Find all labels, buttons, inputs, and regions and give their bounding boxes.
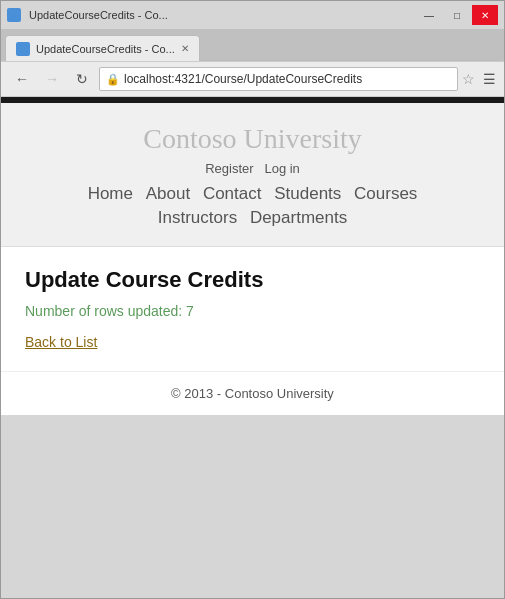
tab-title: UpdateCourseCredits - Co... <box>36 43 175 55</box>
status-text: Number of rows updated: 7 <box>25 303 480 319</box>
close-button[interactable]: ✕ <box>472 5 498 25</box>
register-link[interactable]: Register <box>205 161 253 176</box>
refresh-button[interactable]: ↻ <box>69 66 95 92</box>
tab-favicon <box>16 42 30 56</box>
address-text: localhost:4321/Course/UpdateCourseCredit… <box>124 72 451 86</box>
content-wrapper: Update Course Credits Number of rows upd… <box>1 247 504 415</box>
bookmark-icon[interactable]: ☆ <box>462 71 475 87</box>
nav-contact[interactable]: Contact <box>203 184 262 203</box>
minimize-button[interactable]: — <box>416 5 442 25</box>
site-footer: © 2013 - Contoso University <box>1 371 504 415</box>
nav-departments[interactable]: Departments <box>250 208 347 227</box>
back-to-list-container: Back to List <box>25 333 480 351</box>
forward-button[interactable]: → <box>39 66 65 92</box>
back-button[interactable]: ← <box>9 66 35 92</box>
nav-bar: ← → ↻ 🔒 localhost:4321/Course/UpdateCour… <box>1 61 504 97</box>
tab-close-icon[interactable]: ✕ <box>181 43 189 54</box>
nav-students[interactable]: Students <box>274 184 341 203</box>
site-header: Contoso University Register Log in Home … <box>1 103 504 247</box>
page-title: Update Course Credits <box>25 267 480 293</box>
main-content: Update Course Credits Number of rows upd… <box>1 247 504 371</box>
lock-icon: 🔒 <box>106 73 120 86</box>
tab-bar: UpdateCourseCredits - Co... ✕ <box>1 29 504 61</box>
tab-spacer <box>200 35 500 61</box>
menu-icon[interactable]: ☰ <box>483 71 496 87</box>
window-controls: — □ ✕ <box>416 5 498 25</box>
login-link[interactable]: Log in <box>264 161 299 176</box>
site-title: Contoso University <box>1 123 504 155</box>
site-content: Contoso University Register Log in Home … <box>1 103 504 415</box>
nav-instructors[interactable]: Instructors <box>158 208 237 227</box>
address-bar[interactable]: 🔒 localhost:4321/Course/UpdateCourseCred… <box>99 67 458 91</box>
nav-links-row2: Instructors Departments <box>1 208 504 228</box>
nav-home[interactable]: Home <box>88 184 133 203</box>
browser-window: UpdateCourseCredits - Co... — □ ✕ Update… <box>0 0 505 599</box>
maximize-button[interactable]: □ <box>444 5 470 25</box>
active-tab[interactable]: UpdateCourseCredits - Co... ✕ <box>5 35 200 61</box>
nav-courses[interactable]: Courses <box>354 184 417 203</box>
browser-favicon <box>7 8 21 22</box>
back-to-list-link[interactable]: Back to List <box>25 334 97 350</box>
nav-about[interactable]: About <box>146 184 190 203</box>
window-title: UpdateCourseCredits - Co... <box>25 9 412 21</box>
auth-links: Register Log in <box>1 161 504 176</box>
footer-text: © 2013 - Contoso University <box>171 386 334 401</box>
title-bar: UpdateCourseCredits - Co... — □ ✕ Update… <box>1 1 504 61</box>
nav-links-row1: Home About Contact Students Courses <box>1 184 504 204</box>
